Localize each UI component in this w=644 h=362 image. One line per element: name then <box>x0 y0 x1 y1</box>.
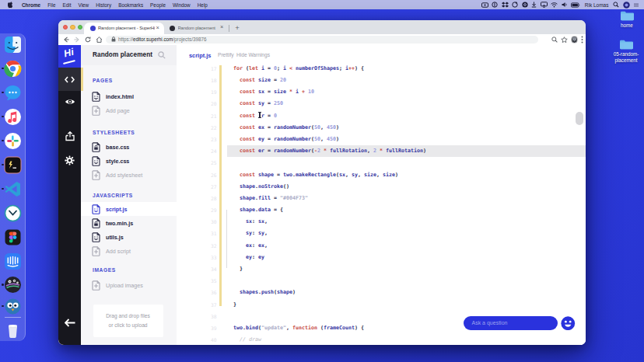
dock-figma-icon[interactable] <box>4 228 22 246</box>
battery-icon[interactable] <box>571 2 580 8</box>
minimize-window-button[interactable] <box>70 25 75 30</box>
dock-vscode-icon[interactable] <box>4 180 22 198</box>
file-row-add-script[interactable]: Add script <box>81 244 177 258</box>
desktop-folder-home[interactable]: home <box>607 10 644 29</box>
back-arrow-button[interactable] <box>58 311 81 334</box>
code-line-35[interactable]: 35 <box>177 275 586 287</box>
ask-question-button[interactable]: Ask a question <box>464 316 558 330</box>
code-line-19[interactable]: 19 const sx = size * i + 10 <box>177 86 586 98</box>
desktop-folder-project[interactable]: 05-random- placement <box>606 39 644 63</box>
profile-avatar[interactable] <box>571 36 579 44</box>
chrome-menu-icon[interactable] <box>581 36 583 44</box>
editor-scrollbar[interactable] <box>576 112 583 125</box>
back-button[interactable] <box>61 34 72 45</box>
sidebar-preview-button[interactable] <box>58 90 81 113</box>
dock-messages-icon[interactable] <box>4 84 22 102</box>
upload-dropzone[interactable]: Drag and drop files or click to upload <box>93 305 163 337</box>
code-line-22[interactable]: 22 const ex = randomNumber(50, 450) <box>177 122 586 134</box>
file-row-add-stylesheet[interactable]: Add stylesheet <box>81 168 177 182</box>
home-button[interactable] <box>93 34 104 45</box>
dock-trash-icon[interactable] <box>4 322 22 339</box>
clock-status-icon[interactable] <box>512 2 518 8</box>
file-row-add-page[interactable]: Add page <box>81 103 177 117</box>
tab-close-icon[interactable]: × <box>156 26 159 30</box>
volume-icon[interactable] <box>562 2 568 8</box>
dock-clock-app-icon[interactable] <box>4 204 22 222</box>
help-smiley-button[interactable] <box>561 316 576 331</box>
menu-window[interactable]: Window <box>173 2 191 8</box>
file-row-utils.js[interactable]: utils.js <box>81 230 177 244</box>
code-line-32[interactable]: 32 ex: ex, <box>177 240 586 252</box>
code-line-28[interactable]: 28 shape.fill = "#004F73" <box>177 193 586 204</box>
code-line-29[interactable]: 29 shape.data = { <box>177 204 586 216</box>
zoom-icon[interactable] <box>551 37 558 43</box>
sidebar-settings-button[interactable] <box>58 148 81 172</box>
bookmark-star-icon[interactable] <box>561 37 568 44</box>
dock-tweetbot-icon[interactable] <box>4 298 22 315</box>
dock-chrome-icon[interactable] <box>4 60 22 78</box>
reload-button[interactable] <box>82 34 93 45</box>
menu-history[interactable]: History <box>96 2 111 8</box>
code-line-31[interactable]: 31 sy: sy, <box>177 228 586 239</box>
menu-bar-username[interactable]: Rik Lomas <box>585 2 609 8</box>
apple-menu-icon[interactable] <box>8 2 14 9</box>
code-line-34[interactable]: 34 } <box>177 263 586 275</box>
file-row-upload-images[interactable]: Upload images <box>81 278 177 292</box>
file-row-script.js[interactable]: script.js <box>81 202 177 216</box>
sidebar-code-button[interactable] <box>58 68 81 91</box>
prettify-button[interactable]: Prettify <box>218 52 234 57</box>
code-line-21[interactable]: 21 const r = 0 <box>177 110 586 122</box>
dark-app-icon[interactable] <box>522 2 528 8</box>
tab-close-icon[interactable]: × <box>220 25 223 30</box>
file-row-style.css[interactable]: style.css <box>81 154 177 168</box>
menu-view[interactable]: View <box>78 2 89 8</box>
tab-inactive[interactable]: Random placement <box>166 23 227 35</box>
dock-music-icon[interactable] <box>4 108 22 126</box>
notification-center-icon[interactable] <box>633 2 639 8</box>
code-line-30[interactable]: 30 sx: sx, <box>177 216 586 228</box>
menu-help[interactable]: Help <box>198 2 208 8</box>
menu-edit[interactable]: Edit <box>62 2 71 8</box>
display-icon[interactable] <box>541 2 548 8</box>
dock-terminal-icon[interactable] <box>4 156 22 174</box>
siri-icon[interactable] <box>623 2 630 9</box>
code-line-17[interactable]: 17for (let i = 0; i < numberOfShapes; i+… <box>177 65 586 75</box>
superhi-logo[interactable]: Hi <box>58 45 81 68</box>
screen-record-icon[interactable] <box>481 2 488 8</box>
tab-active[interactable]: Random placement - SuperHi × <box>84 23 164 35</box>
spotlight-search-icon[interactable] <box>613 2 619 8</box>
circle-status-icon[interactable] <box>492 2 498 8</box>
code-area[interactable]: 17for (let i = 0; i < numberOfShapes; i+… <box>177 65 586 345</box>
sidebar-share-button[interactable] <box>58 124 81 148</box>
new-tab-button[interactable]: + <box>233 23 242 33</box>
code-line-27[interactable]: 27 shape.noStroke() <box>177 181 586 193</box>
zoom-window-button[interactable] <box>78 25 83 30</box>
code-line-18[interactable]: 18 const size = 20 <box>177 75 586 86</box>
menu-bookmarks[interactable]: Bookmarks <box>118 2 143 8</box>
file-row-base.css[interactable]: base.css <box>81 140 177 154</box>
code-line-23[interactable]: 23 const ey = randomNumber(50, 450) <box>177 134 586 145</box>
code-line-37[interactable]: 37} <box>177 299 586 311</box>
code-line-33[interactable]: 33 ey: ey <box>177 252 586 263</box>
code-line-24[interactable]: 24 const er = randomNumber(-2 * fullRota… <box>177 145 586 157</box>
address-bar[interactable]: https://editor.superhi.com/projects/3987… <box>106 36 538 44</box>
dock-intercom-icon[interactable] <box>4 252 22 270</box>
wifi-icon[interactable] <box>551 2 558 8</box>
menu-file[interactable]: File <box>47 2 55 8</box>
code-line-40[interactable]: 40 // draw <box>177 334 586 345</box>
dock-slack-icon[interactable] <box>4 132 22 150</box>
forward-button[interactable] <box>72 34 82 45</box>
download-arrow-icon[interactable] <box>531 2 537 8</box>
code-line-26[interactable]: 26 const shape = two.makeRectangle(sx, s… <box>177 169 586 181</box>
hide-warnings-button[interactable]: Hide Warnings <box>236 52 270 57</box>
code-line-36[interactable]: 36 shapes.push(shape) <box>177 287 586 298</box>
menu-chrome[interactable]: Chrome <box>22 2 40 8</box>
file-row-index.html[interactable]: index.html <box>81 89 177 103</box>
code-line-20[interactable]: 20 const sy = 250 <box>177 98 586 110</box>
code-line-25[interactable]: 25 <box>177 157 586 169</box>
dock-record-disc-icon[interactable] <box>4 276 22 294</box>
dropbox-icon[interactable] <box>502 2 509 8</box>
file-row-two.min.js[interactable]: two.min.js <box>81 216 177 230</box>
menu-people[interactable]: People <box>150 2 166 8</box>
close-window-button[interactable] <box>63 25 68 30</box>
